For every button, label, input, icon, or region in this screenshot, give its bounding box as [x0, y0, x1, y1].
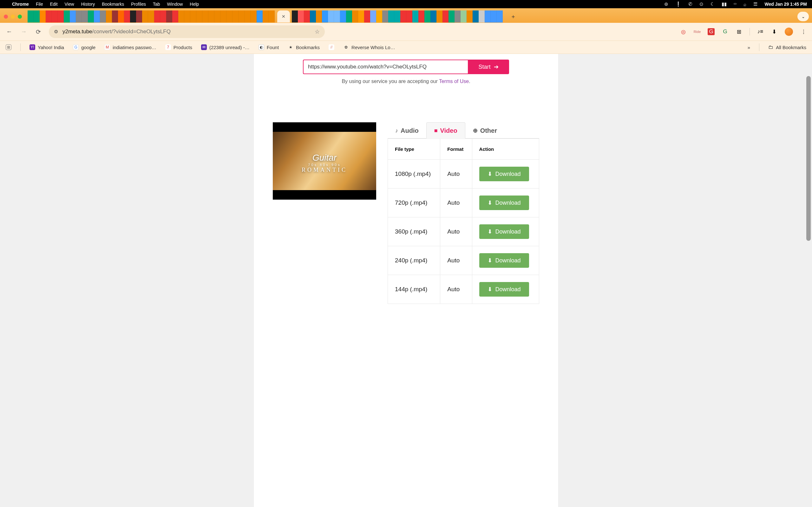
nav-back-button[interactable]: ← — [5, 27, 13, 36]
collapsed-tab[interactable] — [328, 10, 334, 22]
collapsed-tab[interactable] — [208, 10, 214, 22]
notification-icon[interactable]: ❕ — [675, 1, 681, 7]
collapsed-tab[interactable] — [485, 10, 491, 22]
extension-icon-2[interactable]: Ride — [694, 28, 701, 35]
active-tab[interactable]: ✕ — [277, 10, 290, 22]
collapsed-tab[interactable] — [239, 10, 245, 22]
collapsed-tab[interactable] — [443, 10, 449, 22]
collapsed-tab[interactable] — [346, 10, 352, 22]
menubar-clock[interactable]: Wed Jan 29 1:45 PM — [764, 2, 807, 7]
collapsed-tab[interactable] — [100, 10, 106, 22]
bookmark-yahoo[interactable]: Y!Yahoo! India — [30, 44, 64, 50]
collapsed-tab[interactable] — [467, 10, 473, 22]
collapsed-tab[interactable] — [64, 10, 70, 22]
collapsed-tab[interactable] — [148, 10, 154, 22]
collapsed-tab[interactable] — [298, 10, 304, 22]
extension-icon-4[interactable]: G — [722, 28, 728, 35]
page-scrollbar-track[interactable] — [806, 54, 811, 507]
collapsed-tab[interactable] — [245, 10, 251, 22]
active-app-name[interactable]: Chrome — [12, 2, 29, 7]
collapsed-tab[interactable] — [130, 10, 136, 22]
collapsed-tab[interactable] — [82, 10, 88, 22]
collapsed-tab[interactable] — [88, 10, 94, 22]
collapsed-tab[interactable] — [257, 10, 263, 22]
collapsed-tab[interactable] — [418, 10, 424, 22]
bookmark-reversewhois[interactable]: ✿Reverse Whois Lo… — [343, 44, 395, 50]
download-button[interactable]: ⬇Download — [479, 282, 529, 297]
bookmarks-overflow[interactable]: » — [748, 45, 750, 50]
tab-other[interactable]: ⊕Other — [465, 122, 505, 138]
menu-profiles[interactable]: Profiles — [131, 2, 146, 7]
collapsed-tab[interactable] — [70, 10, 76, 22]
profile-avatar[interactable] — [785, 27, 793, 36]
downloads-icon[interactable]: ⬇ — [771, 28, 778, 35]
battery-icon[interactable]: ▮▮ — [722, 1, 727, 7]
download-button[interactable]: ⬇Download — [479, 224, 529, 239]
extensions-puzzle-icon[interactable]: ⊞ — [735, 28, 743, 35]
collapsed-tab[interactable] — [497, 10, 503, 22]
collapsed-tab[interactable] — [58, 10, 64, 22]
menu-window[interactable]: Window — [167, 2, 183, 7]
collapsed-tab[interactable] — [310, 10, 316, 22]
collapsed-tab[interactable] — [322, 10, 328, 22]
collapsed-tab[interactable] — [166, 10, 172, 22]
collapsed-tab[interactable] — [340, 10, 346, 22]
collapsed-tab[interactable] — [214, 10, 220, 22]
collapsed-tab[interactable] — [437, 10, 443, 22]
new-tab-button[interactable]: ＋ — [508, 11, 519, 22]
collapsed-tab[interactable] — [184, 10, 190, 22]
collapsed-tab[interactable] — [52, 10, 58, 22]
collapsed-tab[interactable] — [382, 10, 388, 22]
site-info-icon[interactable]: ⚙ — [54, 29, 58, 35]
bookmark-unread[interactable]: ✉(22389 unread) -… — [201, 44, 250, 50]
collapsed-tab[interactable] — [40, 10, 46, 22]
apps-shortcut[interactable]: ⊞ — [6, 44, 11, 50]
download-button[interactable]: ⬇Download — [479, 195, 529, 210]
collapsed-tab[interactable] — [112, 10, 118, 22]
control-center-icon[interactable]: ☰ — [753, 1, 757, 7]
download-button[interactable]: ⬇Download — [479, 253, 529, 268]
bookmark-products[interactable]: 7Products — [165, 44, 192, 50]
video-url-input[interactable] — [303, 60, 468, 74]
tab-audio[interactable]: ♪Audio — [388, 122, 426, 138]
collapsed-tab[interactable] — [124, 10, 130, 22]
viber-icon[interactable]: ✆ — [688, 1, 693, 7]
collapsed-tab[interactable] — [46, 10, 52, 22]
collapsed-tab[interactable] — [400, 10, 406, 22]
collapsed-tab[interactable] — [388, 10, 394, 22]
collapsed-tab[interactable] — [28, 10, 34, 22]
window-zoom-button[interactable] — [18, 14, 22, 19]
nav-forward-button[interactable]: → — [20, 27, 28, 36]
collapsed-tab[interactable] — [449, 10, 455, 22]
all-bookmarks-button[interactable]: 🗀All Bookmarks — [768, 44, 806, 50]
spotlight-icon[interactable]: ⌕ — [744, 2, 746, 7]
menu-help[interactable]: Help — [190, 2, 199, 7]
collapsed-tab[interactable] — [220, 10, 226, 22]
collapsed-tab[interactable] — [412, 10, 418, 22]
collapsed-tab[interactable] — [304, 10, 310, 22]
menu-bookmarks[interactable]: Bookmarks — [102, 2, 124, 7]
collapsed-tab[interactable] — [364, 10, 370, 22]
menu-file[interactable]: File — [36, 2, 43, 7]
menu-edit[interactable]: Edit — [50, 2, 57, 7]
collapsed-tab[interactable] — [491, 10, 497, 22]
collapsed-tab[interactable] — [269, 10, 275, 22]
bookmark-indiatimes[interactable]: Mindiatimes passwo… — [104, 44, 156, 50]
collapsed-tab[interactable] — [406, 10, 412, 22]
media-control-icon[interactable]: ♪≡ — [757, 28, 764, 35]
collapsed-tab[interactable] — [154, 10, 160, 22]
start-button[interactable]: Start ➔ — [468, 60, 509, 74]
menu-view[interactable]: View — [65, 2, 74, 7]
window-close-button[interactable] — [4, 14, 8, 19]
media-play-icon[interactable]: ⊙ — [699, 1, 704, 7]
tab-video[interactable]: ■Video — [426, 122, 465, 138]
collapsed-tab[interactable] — [316, 10, 322, 22]
collapsed-tab[interactable] — [136, 10, 142, 22]
address-bar[interactable]: ⚙ y2meta.tube/convert/?videoId=CheOLytsL… — [49, 25, 325, 38]
collapsed-tab[interactable] — [358, 10, 364, 22]
nav-reload-button[interactable]: ⟳ — [34, 27, 43, 36]
collapsed-tab[interactable] — [430, 10, 437, 22]
collapsed-tab[interactable] — [172, 10, 178, 22]
collapsed-tab[interactable] — [251, 10, 257, 22]
bookmark-icononly[interactable]: // — [328, 44, 334, 50]
